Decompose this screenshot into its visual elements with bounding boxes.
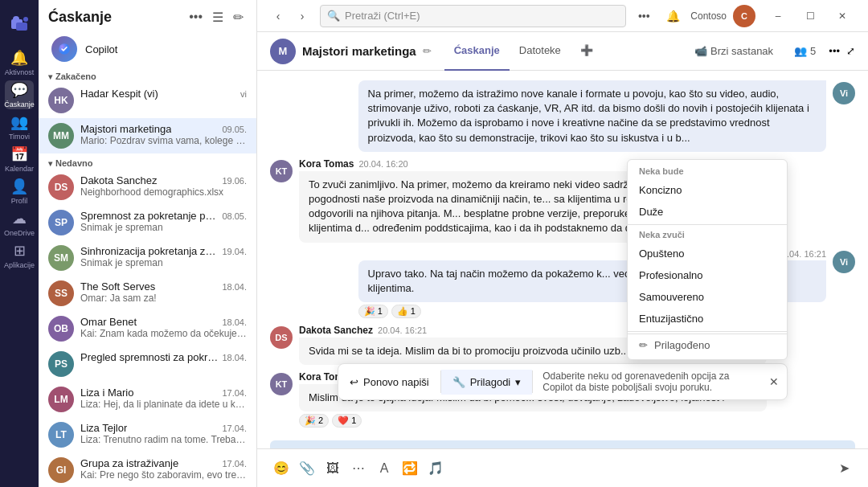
list-item[interactable]: DS Dakota Sanchez 19.06. Neighborhood de… (39, 170, 256, 205)
chat-info: The Soft Serves 18.04. Omar: Ja sam za! (80, 280, 247, 304)
tone-item-profesionalno[interactable]: Profesionalno (628, 264, 787, 286)
reaction[interactable]: 👍 1 (391, 305, 421, 318)
chat-time: 19.04. (222, 247, 247, 256)
sidebar-item-onedrive[interactable]: ☁ OneDrive (5, 209, 34, 238)
reaction[interactable]: 🎉 1 (358, 305, 388, 318)
chat-name: Spremnost za pokretanje programa ... (80, 210, 219, 222)
list-item[interactable]: SS The Soft Serves 18.04. Omar: Ja sam z… (39, 276, 256, 311)
nav-back-button[interactable]: ‹ (267, 5, 289, 27)
reaction[interactable]: ❤️ 1 (332, 414, 362, 428)
message-group: Vi Na primer, možemo da istražimo nove k… (270, 80, 855, 152)
adjust-label: Prilagodi (470, 376, 511, 388)
list-item[interactable]: MM Majstori marketinga 09.05. Mario: Poz… (39, 118, 256, 153)
list-item[interactable]: SP Spremnost za pokretanje programa ... … (39, 205, 256, 240)
list-item[interactable]: HK Hadar Kespit (vi) vi (39, 83, 256, 118)
recent-arrow-icon: ▾ (48, 159, 52, 168)
channel-tabs: Ćaskanje Datoteke ➕ (444, 32, 603, 71)
avatar: OB (48, 316, 74, 342)
expand-icon[interactable]: ⤢ (846, 45, 855, 57)
loop-button[interactable]: 🔁 (399, 457, 421, 480)
list-item[interactable]: PS Pregled spremnosti za pokretanje ... … (39, 346, 256, 382)
more-options-button[interactable]: ••• (186, 8, 206, 27)
new-chat-button[interactable]: ✏ (230, 8, 247, 27)
filter-button[interactable]: ☰ (209, 8, 227, 27)
search-bar[interactable]: 🔍 Pretraži (Ctrl+E) (320, 5, 626, 27)
copilot-name: Copilot (85, 43, 117, 55)
list-item[interactable]: SM Sinhronizacija pokretanja za Mark 8 1… (39, 240, 256, 276)
onedrive-label: OneDrive (4, 229, 35, 237)
tone-label: Koncizno (639, 184, 682, 196)
close-button[interactable]: ✕ (826, 5, 858, 27)
tone-item-samouvereno[interactable]: Samouvereno (628, 286, 787, 308)
chat-list-panel: Ćaskanje ••• ☰ ✏ Copilot ▾ Zakačeno HK H… (39, 0, 257, 487)
chat-time: 17.04. (222, 459, 247, 469)
video-icon: 📹 (694, 45, 707, 57)
tone-section-header2: Neka zvuči (628, 227, 787, 243)
tone-label: Duže (639, 206, 663, 218)
list-item[interactable]: LT Liza Tejlor 17.04. Liza: Trenutno rad… (39, 417, 256, 452)
participants-count: 5 (810, 45, 816, 57)
sidebar-item-apps[interactable]: ⊞ Aplikacije (5, 241, 34, 270)
rewrite-button[interactable]: ↩ Ponovo napiši (338, 370, 440, 395)
list-item[interactable]: LM Liza i Mario 17.04. Liza: Hej, da li … (39, 382, 256, 417)
tab-caskanje[interactable]: Ćaskanje (444, 32, 510, 71)
copilot-close-button[interactable]: ✕ (761, 369, 787, 395)
minimize-button[interactable]: – (762, 5, 794, 27)
format-button[interactable]: A (373, 457, 395, 480)
top-bar-right: ••• 🔔 Contoso C – ☐ ✕ (633, 5, 858, 27)
avatar: GI (48, 457, 74, 483)
chat-preview: Kai: Znam kada možemo da očekujemo naj..… (80, 328, 247, 339)
audio-button[interactable]: 🎵 (424, 457, 447, 480)
reaction[interactable]: 🎉 2 (299, 414, 329, 428)
list-item[interactable]: GI Grupa za istraživanje 17.04. Kai: Pre… (39, 452, 256, 487)
image-button[interactable]: 🖼 (321, 457, 344, 480)
chat-preview: Neighborhood demographics.xlsx (80, 186, 247, 198)
chat-time: 17.04. (222, 388, 247, 398)
maximize-button[interactable]: ☐ (794, 5, 826, 27)
avatar: Vi (833, 82, 855, 104)
tone-item-entuzijasticno[interactable]: Entuzijastično (628, 308, 787, 329)
tone-label: Profesionalno (639, 269, 703, 281)
chat-info: Liza Tejlor 17.04. Liza: Trenutno radim … (80, 422, 247, 445)
channel-more-button[interactable]: ••• (829, 45, 840, 57)
meet-button[interactable]: 📹 Brzi sastanak (686, 42, 781, 60)
tone-item-koncizno[interactable]: Koncizno (628, 179, 787, 201)
user-avatar[interactable]: C (733, 5, 755, 27)
tone-label: Samouvereno (639, 291, 704, 303)
messages-area: Vi Na primer, možemo da istražimo nove k… (257, 71, 868, 448)
pinned-section-header[interactable]: ▾ Zakačeno (39, 67, 256, 83)
participants-button[interactable]: 👥 5 (788, 42, 822, 60)
avatar: DS (48, 174, 74, 200)
tab-add[interactable]: ➕ (571, 32, 603, 71)
copilot-item[interactable]: Copilot (42, 31, 253, 67)
list-item[interactable]: OB Omar Benet 18.04. Kai: Znam kada može… (39, 311, 256, 346)
edit-channel-icon[interactable]: ✏ (423, 45, 432, 57)
tone-item-opusteno[interactable]: Opušteno (628, 243, 787, 264)
recent-section-header[interactable]: ▾ Nedavno (39, 153, 256, 170)
nav-arrows: ‹ › (267, 5, 313, 27)
chat-info: Grupa za istraživanje 17.04. Kai: Pre ne… (80, 457, 247, 481)
nav-forward-button[interactable]: › (291, 5, 313, 27)
calendar-icon: 📅 (10, 145, 28, 163)
avatar: LT (48, 422, 74, 448)
more-options-button[interactable]: ••• (633, 5, 655, 27)
tone-item-duze[interactable]: Duže (628, 201, 787, 223)
chat-preview: Omar: Ja sam za! (80, 293, 247, 304)
onedrive-icon: ☁ (12, 210, 27, 227)
adjust-button[interactable]: 🔧 Prilagodi ▾ (441, 370, 533, 395)
more-actions-button[interactable]: ⋯ (347, 457, 370, 480)
tab-datoteke[interactable]: Datoteke (510, 32, 571, 71)
input-bar: 😊 📎 🖼 ⋯ A 🔁 🎵 ➤ (257, 448, 868, 487)
sidebar-item-calendar[interactable]: 📅 Kalendar (5, 145, 34, 174)
sidebar-item-activity[interactable]: 🔔 Aktivnost (5, 48, 34, 77)
activity-icon: 🔔 (10, 49, 28, 67)
tone-item-prilagodjeno[interactable]: ✏ Prilagođeno (628, 334, 787, 356)
sidebar-item-profile[interactable]: 👤 Profil (5, 177, 34, 206)
chat-time: 08.05. (222, 211, 247, 221)
profile-icon: 👤 (10, 178, 28, 195)
attach-button[interactable]: 📎 (296, 457, 318, 480)
send-button[interactable]: ➤ (833, 457, 855, 480)
sidebar-item-teams[interactable]: 👥 Timovi (5, 113, 34, 141)
sidebar-item-chat[interactable]: 💬 Ćaskanje (5, 80, 34, 109)
emoji-button[interactable]: 😊 (270, 457, 293, 480)
